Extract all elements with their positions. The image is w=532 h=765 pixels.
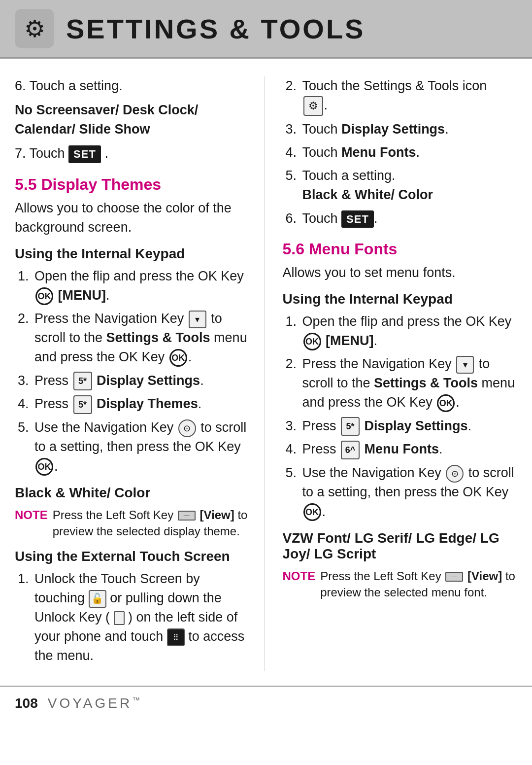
- ok-key-icon-r3: OK: [303, 503, 321, 521]
- internal-keypad-heading-right: Using the Internal Keypad: [283, 291, 518, 307]
- ok-key-icon-r1: OK: [303, 333, 321, 350]
- nav-key-circle-icon-r: ⊙: [446, 465, 464, 483]
- nav-key-circle-icon: ⊙: [178, 419, 196, 437]
- nav-key-down-icon-r: ▾: [456, 356, 474, 374]
- main-content: 6. Touch a setting. No Screensaver/ Desk…: [0, 59, 532, 686]
- page-footer: 108 VOYAGER™: [0, 686, 532, 720]
- step4-press-display-themes: Press 5* Display Themes.: [33, 394, 250, 414]
- settings-tools-icon: ⚙: [15, 9, 54, 48]
- num-6-key-icon: 6^: [341, 441, 360, 459]
- note-block-left: NOTE Press the Left Soft Key — [View] to…: [15, 507, 250, 540]
- step4-press-menu-fonts: Press 6^ Menu Fonts.: [300, 440, 518, 459]
- ext-step1-unlock: Unlock the Touch Screen by touching 🔓 or…: [33, 569, 250, 666]
- internal-keypad-steps-left: Open the flip and press the OK Key OK [M…: [15, 267, 250, 476]
- ok-key-icon-3: OK: [35, 458, 53, 476]
- step6-options: No Screensaver/ Desk Clock/ Calendar/ Sl…: [15, 101, 250, 139]
- ok-key-icon-r2: OK: [437, 394, 455, 412]
- step6-touch-setting: 6. Touch a setting.: [15, 76, 250, 96]
- external-touch-heading: Using the External Touch Screen: [15, 549, 250, 564]
- internal-keypad-heading-left: Using the Internal Keypad: [15, 246, 250, 262]
- step1-open-flip: Open the flip and press the OK Key OK [M…: [33, 267, 250, 305]
- step2-touch-settings-icon: Touch the Settings & Tools icon ⚙.: [300, 76, 518, 116]
- note-label-right: NOTE: [283, 568, 316, 601]
- right-column: Touch the Settings & Tools icon ⚙. Touch…: [265, 76, 518, 671]
- black-white-heading-left: Black & White/ Color: [15, 485, 250, 501]
- touch-icon: 🔓: [89, 590, 106, 608]
- step2-press-nav-right: Press the Navigation Key ▾ to scroll to …: [300, 354, 518, 412]
- num-5-key-icon: 5*: [73, 372, 92, 390]
- brand-name: VOYAGER™: [48, 695, 142, 711]
- step5-use-nav-right: Use the Navigation Key ⊙ to scroll to a …: [300, 463, 518, 521]
- note-label-left: NOTE: [15, 507, 48, 540]
- num-5-key-icon-r: 5*: [341, 417, 360, 436]
- num-5-key-icon-2: 5*: [73, 395, 92, 414]
- external-touch-steps: Unlock the Touch Screen by touching 🔓 or…: [15, 569, 250, 666]
- ok-key-icon-1: OK: [35, 287, 53, 305]
- page-title: SETTINGS & TOOLS: [66, 13, 365, 45]
- step7-touch: 7. Touch SET .: [15, 144, 250, 163]
- step1-open-flip-right: Open the flip and press the OK Key OK [M…: [300, 312, 518, 350]
- step5-use-nav: Use the Navigation Key ⊙ to scroll to a …: [33, 418, 250, 476]
- unlock-key-symbol: [114, 611, 125, 625]
- step5-touch-setting-right: Touch a setting. Black & White/ Color: [300, 166, 518, 205]
- apps-grid-icon: ⠿: [167, 628, 185, 646]
- section-56-desc: Allows you to set menu fonts.: [283, 263, 518, 282]
- step3-touch-display-settings: Touch Display Settings.: [300, 120, 518, 139]
- note-text-left: Press the Left Soft Key — [View] to prev…: [53, 507, 250, 540]
- nav-key-down-icon: ▾: [189, 311, 206, 328]
- set-button-display: SET: [68, 145, 101, 163]
- step3-press-display-settings-right: Press 5* Display Settings.: [300, 417, 518, 436]
- vzw-font-heading: VZW Font/ LG Serif/ LG Edge/ LG Joy/ LG …: [283, 530, 518, 562]
- internal-keypad-steps-right: Open the flip and press the OK Key OK [M…: [283, 312, 518, 522]
- left-column: 6. Touch a setting. No Screensaver/ Desk…: [15, 76, 265, 671]
- note-text-right: Press the Left Soft Key — [View] to prev…: [320, 568, 517, 601]
- ok-key-icon-2: OK: [169, 349, 187, 367]
- settings-tools-small-icon: ⚙: [303, 96, 323, 116]
- step3-press-display-settings: Press 5* Display Settings.: [33, 371, 250, 391]
- step2-press-nav: Press the Navigation Key ▾ to scroll to …: [33, 309, 250, 367]
- set-button-right: SET: [341, 210, 374, 228]
- external-steps-right: Touch the Settings & Tools icon ⚙. Touch…: [283, 76, 518, 228]
- section-55-desc: Allows you to choose the color of the ba…: [15, 199, 250, 237]
- page-number: 108: [15, 695, 38, 711]
- step6-touch-set: Touch SET.: [300, 209, 518, 228]
- section-55-heading: 5.5 Display Themes: [15, 175, 250, 194]
- section-56-heading: 5.6 Menu Fonts: [283, 240, 518, 258]
- left-soft-key-icon-r: —: [445, 572, 463, 582]
- left-soft-key-icon: —: [178, 511, 196, 521]
- page-header: ⚙ SETTINGS & TOOLS: [0, 0, 532, 59]
- step4-touch-display-themes: Touch Menu Fonts.: [300, 143, 518, 162]
- note-block-right: NOTE Press the Left Soft Key — [View] to…: [283, 568, 518, 601]
